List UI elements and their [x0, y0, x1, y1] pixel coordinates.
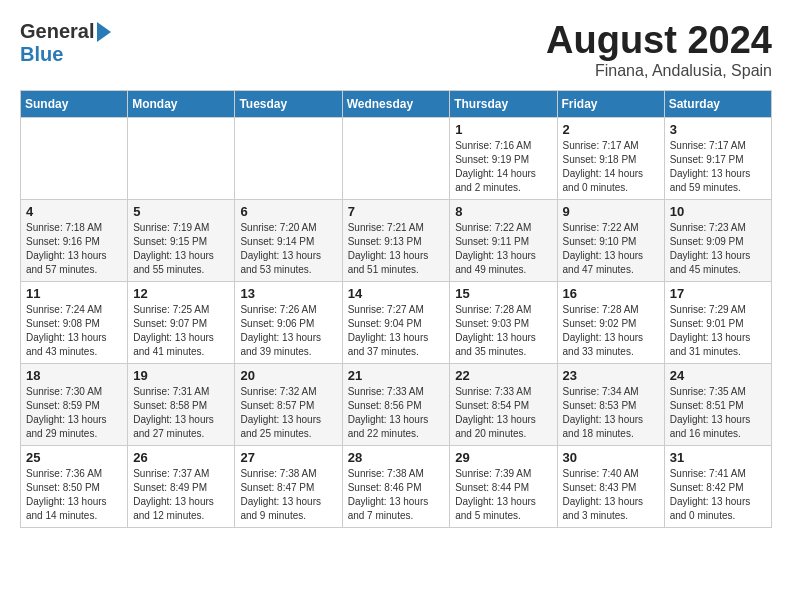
- day-number: 6: [240, 204, 336, 219]
- day-number: 31: [670, 450, 766, 465]
- calendar-day-cell: 14Sunrise: 7:27 AM Sunset: 9:04 PM Dayli…: [342, 281, 450, 363]
- calendar-day-cell: [235, 117, 342, 199]
- calendar-week-row: 18Sunrise: 7:30 AM Sunset: 8:59 PM Dayli…: [21, 363, 772, 445]
- day-info: Sunrise: 7:22 AM Sunset: 9:11 PM Dayligh…: [455, 221, 551, 277]
- calendar-day-cell: 2Sunrise: 7:17 AM Sunset: 9:18 PM Daylig…: [557, 117, 664, 199]
- day-number: 18: [26, 368, 122, 383]
- day-info: Sunrise: 7:35 AM Sunset: 8:51 PM Dayligh…: [670, 385, 766, 441]
- calendar-day-cell: 12Sunrise: 7:25 AM Sunset: 9:07 PM Dayli…: [128, 281, 235, 363]
- calendar-day-cell: 5Sunrise: 7:19 AM Sunset: 9:15 PM Daylig…: [128, 199, 235, 281]
- weekday-header-tuesday: Tuesday: [235, 90, 342, 117]
- logo: General Blue: [20, 20, 111, 66]
- day-number: 23: [563, 368, 659, 383]
- day-number: 30: [563, 450, 659, 465]
- day-info: Sunrise: 7:39 AM Sunset: 8:44 PM Dayligh…: [455, 467, 551, 523]
- calendar-day-cell: 24Sunrise: 7:35 AM Sunset: 8:51 PM Dayli…: [664, 363, 771, 445]
- day-number: 12: [133, 286, 229, 301]
- calendar-day-cell: 16Sunrise: 7:28 AM Sunset: 9:02 PM Dayli…: [557, 281, 664, 363]
- calendar-day-cell: 10Sunrise: 7:23 AM Sunset: 9:09 PM Dayli…: [664, 199, 771, 281]
- day-number: 9: [563, 204, 659, 219]
- calendar-day-cell: 20Sunrise: 7:32 AM Sunset: 8:57 PM Dayli…: [235, 363, 342, 445]
- day-info: Sunrise: 7:36 AM Sunset: 8:50 PM Dayligh…: [26, 467, 122, 523]
- day-info: Sunrise: 7:34 AM Sunset: 8:53 PM Dayligh…: [563, 385, 659, 441]
- day-info: Sunrise: 7:21 AM Sunset: 9:13 PM Dayligh…: [348, 221, 445, 277]
- day-info: Sunrise: 7:37 AM Sunset: 8:49 PM Dayligh…: [133, 467, 229, 523]
- month-year-title: August 2024: [546, 20, 772, 62]
- day-info: Sunrise: 7:20 AM Sunset: 9:14 PM Dayligh…: [240, 221, 336, 277]
- day-number: 7: [348, 204, 445, 219]
- calendar-day-cell: 19Sunrise: 7:31 AM Sunset: 8:58 PM Dayli…: [128, 363, 235, 445]
- logo-blue: Blue: [20, 43, 63, 65]
- day-number: 19: [133, 368, 229, 383]
- day-number: 28: [348, 450, 445, 465]
- weekday-header-row: SundayMondayTuesdayWednesdayThursdayFrid…: [21, 90, 772, 117]
- day-number: 10: [670, 204, 766, 219]
- calendar-day-cell: 31Sunrise: 7:41 AM Sunset: 8:42 PM Dayli…: [664, 445, 771, 527]
- calendar-day-cell: 9Sunrise: 7:22 AM Sunset: 9:10 PM Daylig…: [557, 199, 664, 281]
- calendar-day-cell: 15Sunrise: 7:28 AM Sunset: 9:03 PM Dayli…: [450, 281, 557, 363]
- calendar-day-cell: 1Sunrise: 7:16 AM Sunset: 9:19 PM Daylig…: [450, 117, 557, 199]
- calendar-day-cell: 21Sunrise: 7:33 AM Sunset: 8:56 PM Dayli…: [342, 363, 450, 445]
- day-number: 16: [563, 286, 659, 301]
- calendar-day-cell: 8Sunrise: 7:22 AM Sunset: 9:11 PM Daylig…: [450, 199, 557, 281]
- day-number: 26: [133, 450, 229, 465]
- day-info: Sunrise: 7:32 AM Sunset: 8:57 PM Dayligh…: [240, 385, 336, 441]
- day-number: 4: [26, 204, 122, 219]
- weekday-header-thursday: Thursday: [450, 90, 557, 117]
- day-info: Sunrise: 7:17 AM Sunset: 9:17 PM Dayligh…: [670, 139, 766, 195]
- day-number: 15: [455, 286, 551, 301]
- day-info: Sunrise: 7:26 AM Sunset: 9:06 PM Dayligh…: [240, 303, 336, 359]
- day-info: Sunrise: 7:22 AM Sunset: 9:10 PM Dayligh…: [563, 221, 659, 277]
- calendar-day-cell: 27Sunrise: 7:38 AM Sunset: 8:47 PM Dayli…: [235, 445, 342, 527]
- weekday-header-monday: Monday: [128, 90, 235, 117]
- calendar-day-cell: 4Sunrise: 7:18 AM Sunset: 9:16 PM Daylig…: [21, 199, 128, 281]
- day-info: Sunrise: 7:28 AM Sunset: 9:02 PM Dayligh…: [563, 303, 659, 359]
- day-info: Sunrise: 7:24 AM Sunset: 9:08 PM Dayligh…: [26, 303, 122, 359]
- weekday-header-saturday: Saturday: [664, 90, 771, 117]
- day-info: Sunrise: 7:19 AM Sunset: 9:15 PM Dayligh…: [133, 221, 229, 277]
- calendar-day-cell: 7Sunrise: 7:21 AM Sunset: 9:13 PM Daylig…: [342, 199, 450, 281]
- calendar-day-cell: [128, 117, 235, 199]
- day-info: Sunrise: 7:27 AM Sunset: 9:04 PM Dayligh…: [348, 303, 445, 359]
- day-info: Sunrise: 7:40 AM Sunset: 8:43 PM Dayligh…: [563, 467, 659, 523]
- day-number: 17: [670, 286, 766, 301]
- page-header: General Blue August 2024 Finana, Andalus…: [20, 20, 772, 80]
- day-info: Sunrise: 7:16 AM Sunset: 9:19 PM Dayligh…: [455, 139, 551, 195]
- day-info: Sunrise: 7:33 AM Sunset: 8:56 PM Dayligh…: [348, 385, 445, 441]
- calendar-week-row: 1Sunrise: 7:16 AM Sunset: 9:19 PM Daylig…: [21, 117, 772, 199]
- calendar-day-cell: 13Sunrise: 7:26 AM Sunset: 9:06 PM Dayli…: [235, 281, 342, 363]
- day-number: 11: [26, 286, 122, 301]
- day-number: 20: [240, 368, 336, 383]
- calendar-day-cell: 11Sunrise: 7:24 AM Sunset: 9:08 PM Dayli…: [21, 281, 128, 363]
- day-info: Sunrise: 7:18 AM Sunset: 9:16 PM Dayligh…: [26, 221, 122, 277]
- day-number: 22: [455, 368, 551, 383]
- day-info: Sunrise: 7:29 AM Sunset: 9:01 PM Dayligh…: [670, 303, 766, 359]
- day-info: Sunrise: 7:23 AM Sunset: 9:09 PM Dayligh…: [670, 221, 766, 277]
- day-number: 8: [455, 204, 551, 219]
- calendar-day-cell: 30Sunrise: 7:40 AM Sunset: 8:43 PM Dayli…: [557, 445, 664, 527]
- day-number: 14: [348, 286, 445, 301]
- weekday-header-sunday: Sunday: [21, 90, 128, 117]
- day-info: Sunrise: 7:38 AM Sunset: 8:46 PM Dayligh…: [348, 467, 445, 523]
- day-number: 2: [563, 122, 659, 137]
- calendar-day-cell: 3Sunrise: 7:17 AM Sunset: 9:17 PM Daylig…: [664, 117, 771, 199]
- calendar-day-cell: 17Sunrise: 7:29 AM Sunset: 9:01 PM Dayli…: [664, 281, 771, 363]
- day-info: Sunrise: 7:38 AM Sunset: 8:47 PM Dayligh…: [240, 467, 336, 523]
- day-info: Sunrise: 7:17 AM Sunset: 9:18 PM Dayligh…: [563, 139, 659, 195]
- day-number: 24: [670, 368, 766, 383]
- calendar-day-cell: 25Sunrise: 7:36 AM Sunset: 8:50 PM Dayli…: [21, 445, 128, 527]
- logo-general: General: [20, 20, 94, 43]
- day-number: 25: [26, 450, 122, 465]
- day-number: 29: [455, 450, 551, 465]
- calendar-day-cell: 22Sunrise: 7:33 AM Sunset: 8:54 PM Dayli…: [450, 363, 557, 445]
- calendar-day-cell: 26Sunrise: 7:37 AM Sunset: 8:49 PM Dayli…: [128, 445, 235, 527]
- day-info: Sunrise: 7:31 AM Sunset: 8:58 PM Dayligh…: [133, 385, 229, 441]
- calendar-day-cell: [21, 117, 128, 199]
- day-info: Sunrise: 7:41 AM Sunset: 8:42 PM Dayligh…: [670, 467, 766, 523]
- calendar-day-cell: 6Sunrise: 7:20 AM Sunset: 9:14 PM Daylig…: [235, 199, 342, 281]
- day-info: Sunrise: 7:28 AM Sunset: 9:03 PM Dayligh…: [455, 303, 551, 359]
- weekday-header-wednesday: Wednesday: [342, 90, 450, 117]
- calendar-day-cell: [342, 117, 450, 199]
- day-number: 3: [670, 122, 766, 137]
- day-number: 13: [240, 286, 336, 301]
